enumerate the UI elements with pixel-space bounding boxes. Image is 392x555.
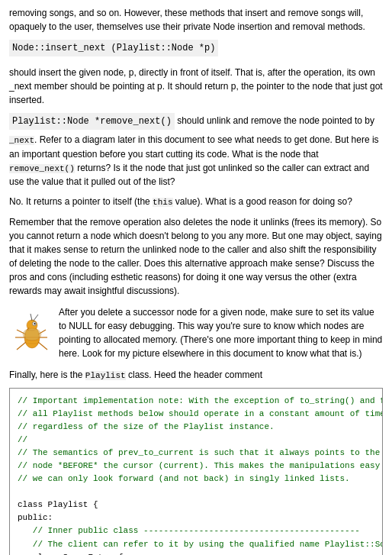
playlist-code-ref: Playlist: [85, 371, 126, 380]
paragraph-4: No. It returns a pointer to itself (the …: [9, 195, 383, 209]
code-line-9: public:: [18, 513, 53, 522]
svg-line-5: [31, 314, 32, 321]
paragraph-2: should insert the given node, p, directl…: [9, 66, 383, 107]
code-line-3: // regardless of the size of the Playlis…: [18, 422, 275, 431]
tip-section: After you delete a successor node for a …: [9, 305, 383, 360]
svg-line-4: [34, 315, 38, 321]
code-line-4: //: [18, 435, 27, 444]
code-line-5: // The semantics of prev_to_current is s…: [18, 448, 380, 457]
code-line-1: // Important implementation note: With t…: [18, 396, 383, 405]
code-line-11: // The client can refer to it by using t…: [18, 540, 383, 549]
paragraph-6: Finally, here is the Playlist class. Hee…: [9, 368, 383, 382]
svg-line-11: [38, 342, 47, 350]
code-line-7: // we can only look forward (and not bac…: [18, 474, 350, 483]
paragraph-3: Playlist::Node *remove_next() should unl…: [9, 113, 383, 189]
node-insert-signature: Node::insert_next (Playlist::Node *p): [9, 40, 218, 56]
code-line-6: // node *BEFORE* the cursor (current). T…: [18, 461, 383, 470]
paragraph-5: Remember that the remove operation also …: [9, 215, 383, 298]
svg-point-3: [34, 322, 35, 324]
tip-text-content: After you delete a successor node for a …: [59, 305, 383, 360]
svg-line-8: [17, 342, 26, 350]
svg-point-12: [23, 328, 41, 340]
insect-image-container: [9, 305, 51, 359]
code-line-2: // all Playlist methods below should ope…: [18, 409, 383, 418]
code-heading-1: Node::insert_next (Playlist::Node *p): [9, 40, 383, 60]
remove-next-signature: Playlist::Node *remove_next(): [9, 113, 175, 130]
code-line-12: class Song_Entry {: [18, 553, 124, 555]
code-line-8: class Playlist {: [18, 500, 98, 509]
code-block-playlist: // Important implementation note: With t…: [9, 388, 383, 555]
insect-icon: [9, 305, 51, 359]
code-line-10: // Inner public class ------------------…: [18, 526, 360, 535]
page-content: removing songs, and so on. However, thes…: [9, 6, 383, 555]
paragraph-1: removing songs, and so on. However, thes…: [9, 6, 383, 34]
